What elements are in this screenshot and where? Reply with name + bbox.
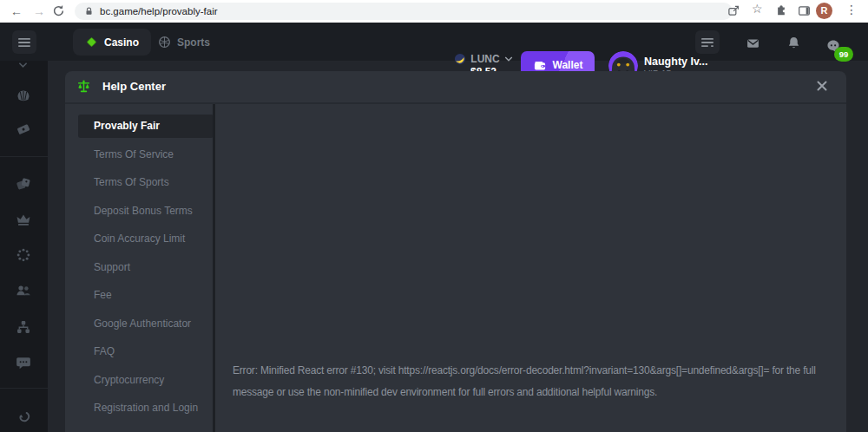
- modal-title: Help Center: [102, 80, 166, 93]
- lock-icon: [84, 6, 94, 16]
- help-menu-item-deposit-bonus-terms[interactable]: Deposit Bonus Terms: [78, 200, 214, 223]
- affiliate-icon[interactable]: [16, 319, 31, 335]
- crown-icon[interactable]: [16, 212, 31, 227]
- address-bar[interactable]: bc.game/help/provably-fair: [75, 3, 733, 20]
- help-menu-item-terms-of-service[interactable]: Terms Of Service: [78, 143, 214, 167]
- tab-sports[interactable]: Sports: [146, 29, 222, 56]
- forward-icon[interactable]: →: [30, 3, 49, 20]
- browser-menu-dots-icon[interactable]: ⋮: [845, 3, 858, 16]
- tab-casino[interactable]: Casino: [73, 29, 151, 56]
- refresh-icon[interactable]: [52, 4, 65, 17]
- top-navbar: Casino Sports LUNC $8.52: [0, 23, 868, 61]
- help-menu-item-terms-of-sports[interactable]: Terms Of Sports: [78, 171, 214, 194]
- help-menu-item-cryptocurrency[interactable]: Cryptocurrency: [78, 369, 214, 392]
- url-text[interactable]: bc.game/help/provably-fair: [100, 6, 218, 16]
- chevron-down-icon: [504, 56, 513, 62]
- hamburger-icon: [18, 37, 30, 48]
- menu-content-divider: [213, 104, 215, 432]
- help-menu-item-clipped[interactable]: BC Game Policy: [78, 425, 214, 432]
- shell-icon[interactable]: [16, 88, 31, 104]
- bell-icon[interactable]: [786, 36, 801, 50]
- casino-diamond-icon: [85, 36, 98, 49]
- friends-icon[interactable]: [16, 283, 31, 298]
- close-icon[interactable]: [815, 79, 831, 95]
- share-icon[interactable]: [727, 4, 740, 17]
- help-menu-item-coin-accuracy-limit[interactable]: Coin Accuracy Limit: [78, 227, 214, 251]
- currency-code: LUNC: [470, 53, 499, 65]
- tab-casino-label: Casino: [104, 36, 139, 49]
- hook-icon[interactable]: [16, 410, 31, 426]
- collapse-chevron-icon[interactable]: [18, 62, 28, 69]
- wallet-icon: [533, 59, 547, 72]
- help-content-area: Error: Minified React error #130; visit …: [216, 104, 846, 432]
- screen: ← → bc.game/help/provably-fair ☆ R ⋮: [0, 0, 868, 432]
- wallet-label: Wallet: [553, 59, 583, 71]
- browser-chrome: ← → bc.game/help/provably-fair ☆ R ⋮: [0, 0, 868, 23]
- help-center-modal: Help Center Provably Fair Terms Of Servi…: [65, 71, 846, 432]
- sidebar-toggle-button[interactable]: [12, 30, 36, 54]
- react-error-message: Error: Minified React error #130; visit …: [233, 360, 819, 403]
- chat-unread-badge: 99: [834, 47, 853, 62]
- circle-dots-icon[interactable]: [16, 247, 31, 263]
- extensions-icon[interactable]: [775, 4, 787, 16]
- forum-icon[interactable]: [16, 355, 31, 370]
- help-menu-item-fee[interactable]: Fee: [78, 284, 214, 307]
- star-icon[interactable]: ☆: [752, 2, 763, 16]
- tags-icon[interactable]: [16, 176, 31, 192]
- modal-header: Help Center: [65, 71, 846, 104]
- left-icon-rail: [0, 61, 48, 432]
- mail-icon[interactable]: [745, 36, 761, 50]
- scales-icon: [76, 79, 91, 94]
- tab-sports-label: Sports: [177, 36, 210, 49]
- help-menu-item-google-authenticator[interactable]: Google Authenticator: [78, 312, 214, 336]
- help-menu-item-faq[interactable]: FAQ: [78, 340, 214, 363]
- browser-profile-avatar[interactable]: R: [816, 3, 832, 19]
- help-menu-item-provably-fair[interactable]: Provably Fair: [78, 115, 214, 138]
- help-menu-item-support[interactable]: Support: [78, 256, 214, 279]
- betslip-button[interactable]: [695, 30, 720, 54]
- coin-icon: [454, 53, 466, 65]
- sports-ball-icon: [158, 36, 171, 49]
- betslip-list-icon: [701, 37, 713, 48]
- username[interactable]: Naughty Iv...: [644, 56, 707, 68]
- ticket-icon[interactable]: [16, 121, 31, 137]
- back-icon[interactable]: ←: [7, 3, 26, 20]
- help-menu: Provably Fair Terms Of Service Terms Of …: [78, 115, 214, 432]
- side-panel-icon[interactable]: [798, 4, 811, 17]
- help-menu-item-registration-and-login[interactable]: Registration and Login: [78, 396, 214, 420]
